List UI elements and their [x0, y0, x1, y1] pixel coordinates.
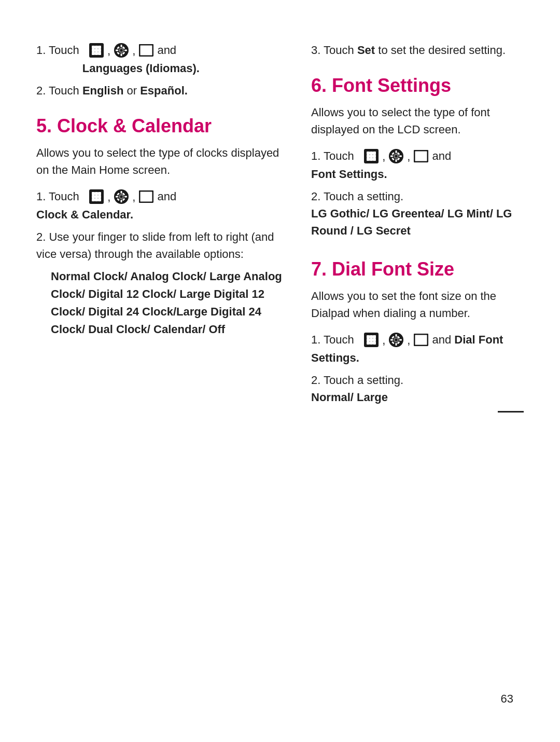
- s7-step1-content: 1. Touch: [311, 331, 524, 366]
- svg-rect-26: [92, 195, 95, 198]
- svg-rect-52: [370, 158, 373, 161]
- s7-step2-content: 2. Touch a setting. Normal/ Large: [311, 372, 524, 406]
- svg-rect-72: [373, 338, 376, 341]
- section5-step1: 1. Touch: [36, 188, 290, 223]
- svg-rect-65: [414, 150, 428, 162]
- step2-bold1: English: [82, 84, 123, 97]
- svg-rect-25: [98, 192, 101, 195]
- svg-rect-68: [370, 335, 373, 338]
- svg-rect-38: [124, 196, 127, 198]
- svg-rect-74: [370, 341, 373, 345]
- section5-title: 5. Clock & Calendar: [36, 115, 290, 137]
- section7-step2: 2. Touch a setting. Normal/ Large: [311, 372, 524, 406]
- s5-step1-content: 1. Touch: [36, 188, 290, 223]
- page-number: 63: [501, 692, 513, 706]
- step1-bold: Languages (Idiomas).: [82, 62, 200, 75]
- svg-rect-50: [373, 155, 376, 158]
- section6-title: 6. Font Settings: [311, 74, 524, 97]
- section6-step1: 1. Touch: [311, 147, 524, 183]
- icon-group-1: ,: [89, 42, 154, 59]
- s7-step2-options: Normal/ Large: [311, 391, 388, 404]
- section6-step2: 2. Touch a setting. LG Gothic/ LG Greent…: [311, 188, 524, 239]
- gear-icon-s5: [114, 189, 129, 204]
- section6: 6. Font Settings Allows you to select th…: [311, 74, 524, 239]
- svg-rect-1: [92, 46, 95, 49]
- svg-rect-73: [367, 341, 370, 345]
- section5-options: Normal Clock/ Analog Clock/ Large Analog…: [36, 268, 290, 338]
- icon-group-s5: ,: [89, 188, 154, 205]
- svg-rect-5: [95, 49, 98, 52]
- svg-rect-47: [373, 152, 376, 155]
- step3-suffix: to set the desired setting.: [378, 44, 506, 57]
- svg-rect-36: [121, 200, 122, 202]
- svg-rect-3: [98, 46, 101, 49]
- s6-step2-prefix: 2. Touch a setting.: [311, 190, 403, 203]
- svg-rect-23: [92, 192, 95, 195]
- left-column: 1. Touch: [36, 42, 290, 700]
- icon-group-s6: ,: [363, 148, 429, 165]
- svg-rect-70: [367, 338, 370, 341]
- svg-rect-67: [367, 335, 370, 338]
- svg-rect-29: [92, 198, 95, 201]
- svg-rect-21: [139, 45, 153, 56]
- svg-rect-16: [124, 50, 127, 51]
- intro-section: 1. Touch: [36, 42, 290, 99]
- screen-icon: [138, 43, 154, 58]
- gear-icon-s7: [388, 332, 404, 348]
- svg-rect-30: [95, 198, 98, 201]
- step2-prefix: 2. Touch: [36, 84, 79, 97]
- svg-rect-71: [370, 338, 373, 341]
- step3-content: 3. Touch Set to set the desired setting.: [311, 42, 524, 59]
- step1-content: ,: [82, 42, 290, 77]
- intro-step2: 2. Touch English or Español.: [36, 82, 290, 99]
- menu-icon-s5: [89, 189, 104, 204]
- s6-step1-prefix: 1. Touch: [311, 149, 354, 162]
- svg-point-34: [120, 196, 123, 198]
- s6-step1-bold: Font Settings.: [311, 168, 387, 181]
- svg-point-12: [120, 49, 123, 52]
- svg-rect-53: [373, 158, 376, 161]
- svg-rect-43: [139, 191, 153, 202]
- svg-rect-7: [92, 52, 95, 55]
- svg-rect-24: [95, 192, 98, 195]
- svg-rect-6: [98, 49, 101, 52]
- step1-and: and: [157, 44, 176, 57]
- menu-icon: [89, 43, 104, 58]
- s6-step1-content: 1. Touch: [311, 147, 524, 183]
- svg-rect-27: [95, 195, 98, 198]
- section5-step2: 2. Use your finger to slide from left to…: [36, 228, 290, 263]
- gear-icon: [114, 43, 129, 58]
- section6-desc: Allows you to select the type of font di…: [311, 104, 524, 138]
- svg-rect-28: [98, 195, 101, 198]
- step3-bold: Set: [357, 44, 375, 57]
- step1-number: 1. Touch: [36, 42, 79, 59]
- svg-rect-4: [92, 49, 95, 52]
- svg-rect-15: [116, 50, 118, 51]
- section7-desc: Allows you to set the font size on the D…: [311, 287, 524, 322]
- section5-desc: Allows you to select the type of clocks …: [36, 144, 290, 178]
- s5-step2-content: 2. Use your finger to slide from left to…: [36, 228, 290, 263]
- s5-step1-and: and: [158, 190, 177, 203]
- svg-rect-13: [121, 45, 122, 47]
- svg-rect-75: [373, 341, 376, 345]
- step2-mid: or: [127, 84, 140, 97]
- s7-step1-prefix: 1. Touch: [311, 333, 354, 346]
- svg-rect-49: [370, 155, 373, 158]
- section5: 5. Clock & Calendar Allows you to select…: [36, 115, 290, 338]
- page: 1. Touch: [0, 0, 560, 742]
- svg-rect-2: [95, 46, 98, 49]
- section7-title: 7. Dial Font Size: [311, 258, 524, 280]
- screen-icon-s7: [413, 332, 429, 348]
- gear-icon-s6: [388, 148, 404, 164]
- svg-rect-9: [98, 52, 101, 55]
- s7-step2-prefix: 2. Touch a setting.: [311, 374, 403, 387]
- svg-rect-81: [390, 339, 393, 341]
- svg-point-78: [395, 339, 398, 341]
- svg-rect-82: [399, 339, 402, 341]
- step2-bold2: Español.: [140, 84, 188, 97]
- svg-rect-59: [390, 156, 393, 157]
- s7-step1-and: and: [432, 333, 452, 346]
- step3-prefix: 3. Touch: [311, 44, 354, 57]
- svg-rect-37: [116, 196, 118, 198]
- s6-step2-content: 2. Touch a setting. LG Gothic/ LG Greent…: [311, 188, 524, 239]
